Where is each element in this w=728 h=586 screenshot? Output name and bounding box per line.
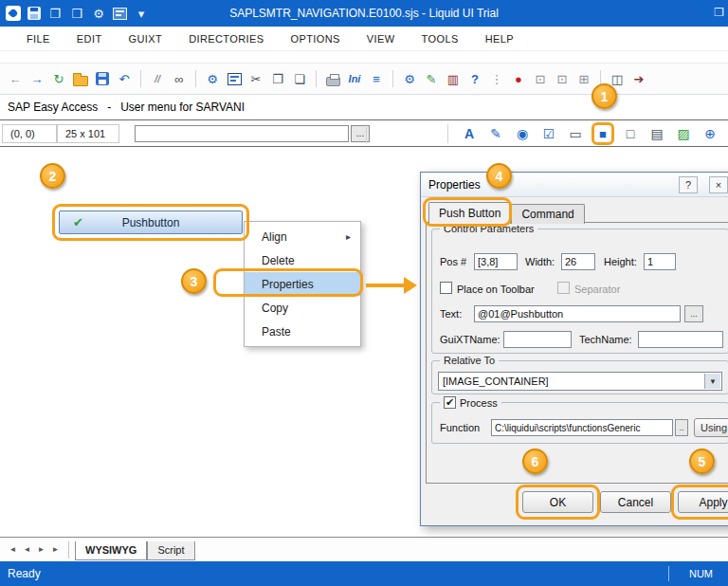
context-menu-item-delete[interactable]: Delete (245, 248, 360, 272)
window-control-icon[interactable]: ❒ (714, 6, 724, 19)
chevron-down-icon[interactable]: ▾ (134, 6, 149, 21)
open-folder-icon[interactable] (71, 69, 90, 88)
text-label: Text: (440, 308, 462, 320)
dropdown-arrow-icon[interactable]: ▼ (704, 374, 720, 389)
image-tool-icon[interactable]: ▨ (673, 123, 694, 144)
pencil-icon[interactable]: ✎ (485, 123, 506, 144)
ok-button[interactable]: OK (522, 491, 593, 513)
gear-icon[interactable]: ⚙ (91, 6, 106, 21)
menu-options[interactable]: OPTIONS (278, 33, 354, 45)
frame-tool-icon[interactable]: □ (620, 123, 641, 144)
step-badge-6: 6 (522, 449, 548, 474)
apply-button[interactable]: Apply (678, 491, 728, 513)
context-menu-item-paste[interactable]: Paste (245, 320, 360, 343)
undo-icon[interactable]: ↶ (115, 69, 134, 88)
tab-push-button[interactable]: Push Button (428, 202, 511, 224)
dialog-tab-panel: Control Parameters Pos # Width: Height: … (426, 222, 728, 484)
comment-icon[interactable]: // (148, 69, 167, 88)
textarea-tool-icon[interactable]: ▤ (646, 123, 667, 144)
guixtname-field[interactable] (503, 331, 572, 348)
menu-guixt[interactable]: GUIXT (116, 33, 176, 45)
document-icon[interactable]: ❒ (69, 6, 84, 21)
copy-icon[interactable]: ❐ (47, 6, 63, 21)
help-icon[interactable]: ? (465, 69, 484, 88)
function-field[interactable] (491, 419, 673, 436)
forward-icon[interactable]: → (27, 69, 46, 88)
screen-painter-icon[interactable] (225, 69, 244, 88)
screen-editor-icon[interactable] (113, 8, 127, 20)
label-text-icon[interactable]: A (459, 123, 480, 144)
web-tool-icon[interactable]: ⊕ (700, 123, 720, 144)
using-button[interactable]: Using (694, 418, 728, 437)
tab-command[interactable]: Command (511, 204, 584, 224)
text-field[interactable] (474, 305, 681, 322)
dialog-title: Properties (428, 178, 481, 192)
text-browse-button[interactable]: ... (684, 305, 703, 322)
preview-doc-icon[interactable]: ⊡ (531, 69, 550, 88)
design-icons-group: A ✎ ◉ ☑ ▭ ■ □ ▤ ▨ ⊕ (459, 123, 720, 144)
dialog-close-button[interactable]: × (709, 176, 728, 193)
menu-bar: FILE EDIT GUIXT DIRECTORIES OPTIONS VIEW… (0, 27, 728, 51)
script-edit-icon[interactable]: ✎ (422, 69, 441, 88)
settings-gear-icon[interactable]: ⚙ (400, 69, 419, 88)
num-lock-indicator: NUM (689, 568, 713, 579)
menu-file[interactable]: FILE (13, 33, 64, 45)
exit-icon[interactable]: ➔ (629, 69, 648, 88)
last-tab-icon[interactable]: ► (48, 542, 63, 558)
refresh-icon[interactable]: ↻ (49, 69, 68, 88)
ini-settings-icon[interactable]: Ini (345, 69, 364, 88)
tab-script[interactable]: Script (147, 541, 194, 560)
tab-wysiwyg[interactable]: WYSIWYG (75, 541, 147, 560)
context-menu: Align ▸ Delete Properties Copy Paste (244, 221, 361, 347)
preview-doc2-icon[interactable]: ⊡ (553, 69, 572, 88)
context-menu-item-copy[interactable]: Copy (245, 296, 360, 320)
prev-tab-icon[interactable]: ◄ (20, 542, 34, 558)
function-browse-button[interactable]: .. (675, 419, 688, 436)
process-checkbox[interactable]: ✔ (444, 396, 456, 409)
browse-button[interactable]: ... (351, 125, 370, 142)
more-dots-icon[interactable]: ⋮ (487, 69, 506, 88)
cancel-button[interactable]: Cancel (600, 491, 671, 513)
menu-tools[interactable]: TOOLS (409, 33, 472, 45)
checkbox-tool-icon[interactable]: ☑ (538, 123, 559, 144)
menu-edit[interactable]: EDIT (64, 33, 116, 45)
width-field[interactable] (561, 253, 595, 270)
designed-pushbutton[interactable]: ✔ Pushbutton (59, 211, 243, 234)
record-icon[interactable]: ● (509, 69, 528, 88)
step-badge-2: 2 (40, 163, 65, 189)
cut-icon[interactable]: ✂ (246, 69, 265, 88)
element-name-input[interactable] (135, 125, 349, 142)
back-icon[interactable]: ← (6, 69, 25, 88)
step-badge-3: 3 (181, 268, 207, 294)
height-field[interactable] (644, 253, 676, 270)
grid-view-icon[interactable]: ⊞ (574, 69, 593, 88)
save-file-icon[interactable] (93, 69, 112, 88)
bar-separator (447, 124, 448, 143)
find-icon[interactable]: ∞ (170, 69, 189, 88)
dialog-help-button[interactable]: ? (679, 176, 698, 193)
context-menu-item-properties[interactable]: Properties (245, 272, 360, 296)
copy-doc-icon[interactable]: ❐ (268, 69, 287, 88)
paste-icon[interactable]: ❏ (290, 69, 309, 88)
menu-view[interactable]: VIEW (354, 33, 409, 45)
pos-field[interactable] (474, 253, 518, 270)
wrench-icon[interactable]: ⚙ (203, 69, 222, 88)
inputfield-tool-icon[interactable]: ▭ (565, 123, 586, 144)
list-icon[interactable]: ≡ (367, 69, 386, 88)
save-icon[interactable] (27, 7, 41, 20)
print-icon[interactable] (323, 69, 342, 88)
radiobutton-icon[interactable]: ◉ (512, 123, 533, 144)
pushbutton-tool-icon[interactable]: ■ (592, 122, 614, 145)
place-on-toolbar-checkbox[interactable] (440, 282, 452, 294)
first-tab-icon[interactable]: ◄ (6, 542, 20, 558)
context-menu-item-align[interactable]: Align ▸ (245, 225, 360, 248)
status-text: Ready (8, 567, 41, 580)
techname-field[interactable] (638, 331, 723, 348)
width-label: Width: (525, 256, 555, 268)
next-tab-icon[interactable]: ► (34, 542, 48, 558)
menu-help[interactable]: HELP (472, 33, 527, 45)
menu-directories[interactable]: DIRECTORIES (175, 33, 277, 45)
relative-to-dropdown[interactable]: [IMAGE_CONTAINER] ▼ (438, 372, 722, 391)
group-legend: Relative To (440, 355, 499, 366)
book-icon[interactable]: ▥ (444, 69, 463, 88)
